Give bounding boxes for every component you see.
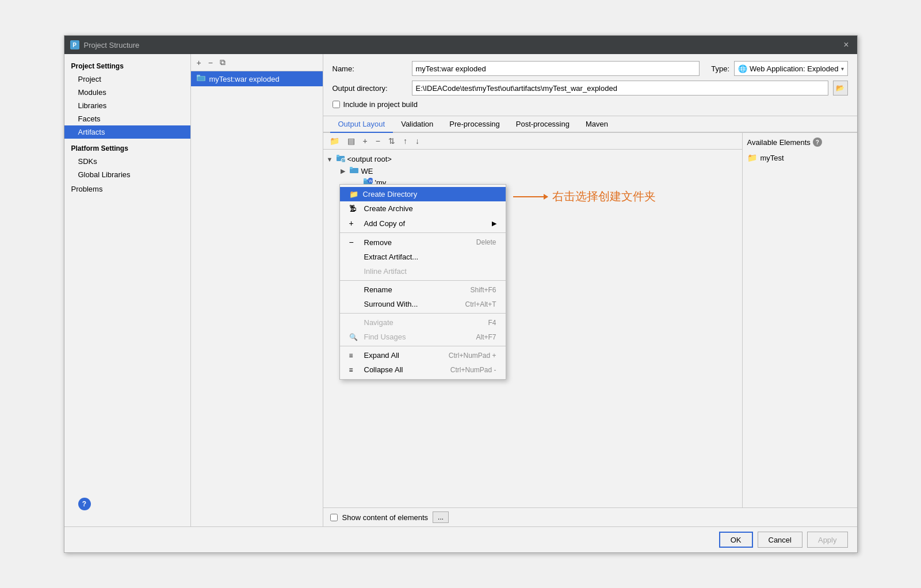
output-dir-input[interactable] (412, 81, 828, 96)
add-artifact-button[interactable]: + (194, 57, 204, 68)
available-elements-panel: Available Elements ? 📁 myTest (742, 133, 857, 507)
tree-root-node[interactable]: ▼ ⬡ <output root> (327, 153, 739, 165)
svg-rect-8 (350, 167, 353, 169)
menu-item-extract-artifact[interactable]: Extract Artifact... (340, 250, 506, 264)
include-build-checkbox[interactable] (333, 101, 340, 108)
tree-add-btn[interactable]: + (360, 135, 370, 147)
tab-output-layout[interactable]: Output Layout (330, 116, 393, 133)
menu-item-create-directory[interactable]: 📁 Create Directory (340, 187, 506, 201)
dialog-body: Project Settings Project Modules Librari… (64, 54, 857, 526)
menu-item-expand-all[interactable]: ≡ Expand All Ctrl+NumPad + (340, 348, 506, 362)
folder-icon: 📁 (330, 136, 339, 146)
remove-artifact-button[interactable]: − (206, 57, 215, 68)
menu-create-archive-label: Create Archive (364, 204, 413, 213)
available-item-mytest[interactable]: 📁 myTest (747, 151, 853, 164)
name-row: Name: Type: 🌐 Web Application: Exploded … (333, 61, 848, 76)
close-button[interactable]: × (841, 39, 851, 51)
artifact-toolbar: + − ⧉ (191, 54, 323, 71)
web-folder-icon (350, 166, 359, 175)
show-content-checkbox[interactable] (330, 514, 338, 521)
include-build-label: Include in project build (343, 100, 418, 109)
help-button[interactable]: ? (78, 498, 91, 510)
svg-text:W: W (369, 179, 373, 183)
menu-item-collapse-all[interactable]: ≡ Collapse All Ctrl+NumPad - (340, 362, 506, 377)
app-icon: P (70, 40, 79, 49)
menu-separator-3 (340, 313, 506, 314)
menu-create-directory-label: Create Directory (363, 190, 418, 198)
submenu-arrow-icon: ▶ (492, 220, 496, 227)
expand-all-icon: ≡ (349, 352, 360, 360)
ok-button[interactable]: OK (719, 532, 753, 548)
menu-item-create-archive[interactable]: 🗜 Create Archive (340, 201, 506, 216)
expand-all-shortcut: Ctrl+NumPad + (449, 352, 496, 360)
context-menu: 📁 Create Directory 🗜 Create Archive (339, 184, 506, 380)
artifact-folder-icon (197, 74, 206, 83)
menu-rename-label: Rename (364, 285, 392, 294)
apply-button[interactable]: Apply (807, 532, 848, 548)
available-help-icon[interactable]: ? (813, 138, 822, 147)
menu-find-usages-label: Find Usages (364, 333, 406, 341)
tabs-bar: Output Layout Validation Pre-processing … (323, 116, 857, 133)
output-root-label: <output root> (347, 155, 392, 163)
menu-add-copy-label: Add Copy of (364, 219, 406, 228)
sidebar-item-problems[interactable]: Problems (64, 181, 190, 197)
output-root-icon: ⬡ (336, 154, 345, 164)
menu-item-rename[interactable]: Rename Shift+F6 (340, 282, 506, 297)
browse-button[interactable]: 📂 (833, 81, 848, 96)
name-label: Name: (333, 64, 407, 73)
tab-maven[interactable]: Maven (578, 116, 616, 133)
svg-rect-2 (198, 77, 204, 81)
title-bar-left: P Project Structure (70, 40, 140, 49)
right-content: Name: Type: 🌐 Web Application: Exploded … (323, 54, 857, 526)
copy-artifact-button[interactable]: ⧉ (217, 56, 228, 68)
collapse-all-shortcut: Ctrl+NumPad - (450, 366, 496, 374)
tab-post-processing[interactable]: Post-processing (508, 116, 578, 133)
show-content-more-button[interactable]: ... (433, 511, 449, 523)
remove-icon: − (349, 238, 360, 247)
sidebar-item-libraries[interactable]: Libraries (64, 99, 190, 112)
menu-item-add-copy-of[interactable]: + Add Copy of ▶ (340, 216, 506, 231)
create-archive-icon: 🗜 (349, 204, 360, 213)
type-dropdown[interactable]: 🌐 Web Application: Exploded ▾ (734, 61, 847, 76)
tree-remove-btn[interactable]: − (373, 135, 383, 147)
menu-item-remove[interactable]: − Remove Delete (340, 235, 506, 250)
cancel-button[interactable]: Cancel (758, 532, 802, 548)
output-layout-area: 📁 ▤ + − ⇅ (323, 133, 857, 507)
menu-remove-label: Remove (364, 238, 392, 247)
menu-item-surround-with[interactable]: Surround With... Ctrl+Alt+T (340, 297, 506, 311)
sidebar-item-artifacts[interactable]: Artifacts (64, 125, 190, 139)
arrow-line (513, 196, 548, 197)
type-label: Type: (711, 64, 729, 73)
sort-icon: ⇅ (388, 136, 395, 146)
title-bar: P Project Structure × (64, 36, 857, 54)
dropdown-arrow-icon: ▾ (841, 66, 844, 72)
tree-layers-btn[interactable]: ▤ (345, 135, 358, 147)
available-header-label: Available Elements (747, 138, 811, 147)
tree-down-btn[interactable]: ↓ (412, 135, 422, 147)
tree-add-folder-btn[interactable]: 📁 (327, 135, 342, 147)
tab-pre-processing[interactable]: Pre-processing (441, 116, 507, 133)
menu-item-navigate: Navigate F4 (340, 315, 506, 330)
tree-up-btn[interactable]: ↑ (400, 135, 410, 147)
tree-content: ▼ ⬡ <output root> (323, 150, 742, 192)
tree-toolbar: 📁 ▤ + − ⇅ (323, 133, 742, 150)
sidebar-item-project[interactable]: Project (64, 72, 190, 86)
sidebar-item-sdks[interactable]: SDKs (64, 155, 190, 168)
menu-item-find-usages: 🔍 Find Usages Alt+F7 (340, 330, 506, 344)
name-input[interactable] (412, 61, 700, 76)
remove-shortcut: Delete (476, 238, 496, 246)
sidebar: Project Settings Project Modules Librari… (64, 54, 191, 526)
expand-icon: ▼ (327, 156, 334, 163)
dialog-bottom: OK Cancel Apply (64, 526, 857, 552)
middle-area: + − ⧉ myTest:war exploded (191, 54, 857, 526)
platform-settings-header: Platform Settings (64, 139, 190, 155)
sidebar-item-global-libraries[interactable]: Global Libraries (64, 168, 190, 181)
tab-validation[interactable]: Validation (393, 116, 441, 133)
tree-sort-btn[interactable]: ⇅ (385, 135, 398, 147)
folder-open-icon: 📂 (836, 84, 844, 92)
add-copy-icon: + (349, 219, 360, 228)
artifact-list-item[interactable]: myTest:war exploded (191, 71, 323, 86)
sidebar-item-facets[interactable]: Facets (64, 112, 190, 125)
sidebar-item-modules[interactable]: Modules (64, 86, 190, 99)
fields-area: Name: Type: 🌐 Web Application: Exploded … (323, 54, 857, 116)
